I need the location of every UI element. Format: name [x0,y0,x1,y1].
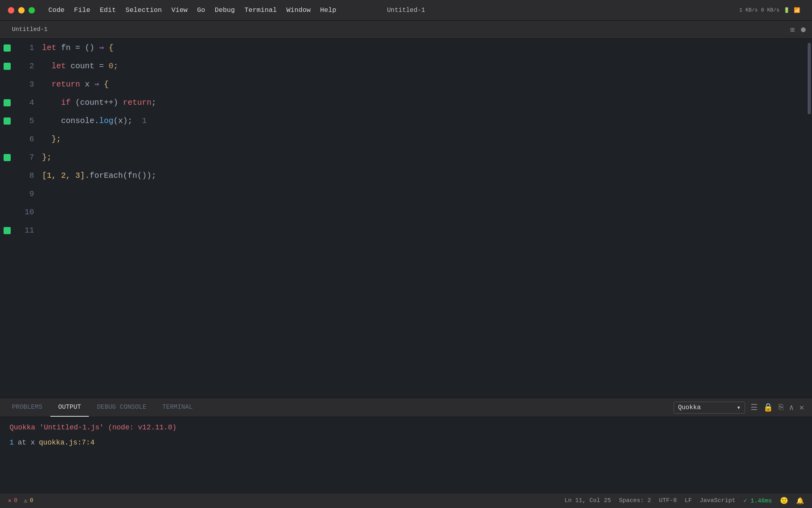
close-button[interactable] [8,7,14,13]
breakpoint-dot [4,154,11,161]
feedback-icon[interactable]: 🙂 [780,496,788,505]
warning-count[interactable]: ⚠ 0 [24,497,33,504]
dot-indicator [801,27,806,32]
line-number: 1 [18,39,34,57]
minimize-button[interactable] [18,7,25,13]
line-number: 5 [18,112,34,130]
traffic-lights [8,7,35,13]
wifi-icon: 📶 [794,7,800,13]
code-token: = [75,39,80,57]
output-line: 1 at x quokka.js:7:4 [10,439,802,446]
error-count[interactable]: ✕ 0 [8,497,17,504]
output-selector[interactable]: Quokka ▾ [674,402,745,414]
menu-view[interactable]: View [171,6,188,14]
menu-help[interactable]: Help [320,6,336,14]
menu-go[interactable]: Go [197,6,205,14]
code-token: ⇒ [99,39,104,57]
code-token: log [99,112,113,130]
indentation[interactable]: Spaces: 2 [619,497,651,504]
chevron-up-icon[interactable]: ∧ [789,402,794,412]
code-token: fn [56,39,75,57]
code-token: x [80,75,94,94]
output-number: 1 [10,439,14,446]
editor-scrollbar[interactable] [806,39,812,398]
menu-edit[interactable]: Edit [100,6,116,14]
breakpoint-row[interactable] [0,39,14,57]
output-link[interactable]: quokka.js:7:4 [39,439,94,446]
battery-icon: 🔋 [783,7,790,13]
close-panel-icon[interactable]: ✕ [799,402,804,412]
menu-window[interactable]: Window [286,6,310,14]
code-editor[interactable]: let fn = () ⇒ { let count = 0; return x … [38,39,806,398]
maximize-button[interactable] [29,7,35,13]
code-token: () [80,39,99,57]
menu-file[interactable]: File [74,6,90,14]
code-token: = [99,57,104,75]
code-token: (x); [113,112,132,130]
breakpoint-row[interactable] [0,167,14,185]
breakpoint-row[interactable] [0,185,14,203]
tab-terminal[interactable]: TERMINAL [154,398,201,417]
code-token: ; [151,94,156,112]
cursor-position[interactable]: Ln 11, Col 25 [565,497,611,504]
copy-icon[interactable]: ⎘ [779,403,783,412]
code-line: let fn = () ⇒ { [42,39,802,57]
breakpoint-dot [4,63,11,70]
file-encoding[interactable]: UTF-8 [659,497,677,504]
output-text: at x [18,439,35,446]
code-token: .forEach(fn()); [85,167,156,185]
notifications-icon[interactable]: 🔔 [796,497,804,505]
line-number: 10 [18,203,34,221]
line-number: 2 [18,57,34,75]
error-icon: ✕ [8,497,11,504]
tab-output[interactable]: OUTPUT [50,398,89,417]
code-line: [1, 2, 3].forEach(fn()); [42,167,802,185]
tab-debug-console[interactable]: DEBUG CONSOLE [89,398,154,417]
code-token: ; [113,57,118,75]
line-number: 4 [18,94,34,112]
editor-tab[interactable]: Untitled-1 [6,24,53,35]
plugin-status: ✓ 1.46ms [743,497,772,504]
breakpoint-row[interactable] [0,94,14,112]
breakpoint-row[interactable] [0,112,14,130]
tab-bar: Untitled-1 ⊞ [0,21,812,39]
menu-debug[interactable]: Debug [214,6,235,14]
line-number: 6 [18,130,34,148]
breakpoint-row[interactable] [0,148,14,167]
language-mode[interactable]: JavaScript [700,497,735,504]
code-token: count [66,57,99,75]
breakpoints-gutter [0,39,14,398]
warning-icon: ⚠ [24,497,27,504]
line-number: 3 [18,75,34,94]
breakpoint-dot [4,99,11,106]
lock-icon[interactable]: 🔒 [763,402,773,412]
clear-output-icon[interactable]: ☰ [751,402,758,412]
line-number: 8 [18,167,34,185]
line-endings[interactable]: LF [685,497,692,504]
code-token: 0 [104,57,113,75]
split-editor-icon[interactable]: ⊞ [790,25,795,34]
breakpoint-row[interactable] [0,75,14,94]
code-token: 1 [132,112,147,130]
titlebar: Code File Edit Selection View Go Debug T… [0,0,812,21]
breakpoint-row[interactable] [0,130,14,148]
breakpoint-dot [4,227,11,234]
panel-content: Quokka 'Untitled-1.js' (node: v12.11.0) … [0,417,812,493]
code-token: let [42,57,66,75]
code-token: return [123,94,151,112]
panel-tab-bar: PROBLEMS OUTPUT DEBUG CONSOLE TERMINAL Q… [0,398,812,417]
menu-selection[interactable]: Selection [125,6,162,14]
menu-terminal[interactable]: Terminal [245,6,277,14]
tab-problems[interactable]: PROBLEMS [4,398,50,417]
selector-label: Quokka [678,404,701,411]
line-number: 7 [18,148,34,167]
warning-number: 0 [30,497,33,504]
breakpoint-row[interactable] [0,221,14,240]
line-number: 9 [18,185,34,203]
code-token: }; [42,148,52,167]
breakpoint-row[interactable] [0,57,14,75]
breakpoint-row[interactable] [0,203,14,221]
menu-code[interactable]: Code [48,6,65,14]
output-panel: PROBLEMS OUTPUT DEBUG CONSOLE TERMINAL Q… [0,398,812,493]
titlebar-right: 1 KB/s 0 KB/s 🔋 📶 [739,7,804,13]
